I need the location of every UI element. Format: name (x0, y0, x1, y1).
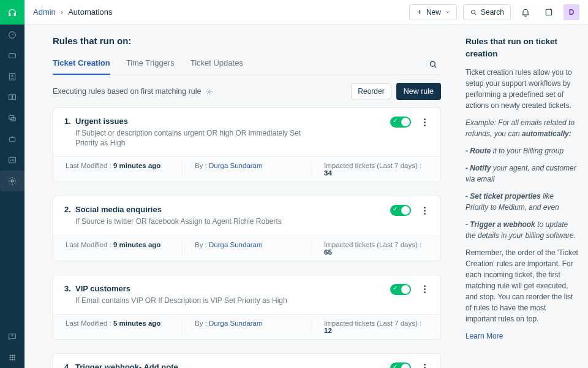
rule-toggle[interactable]: ✓ (390, 284, 411, 295)
nav-apps-icon[interactable] (0, 347, 24, 368)
meta-modified: Last Modified : 9 minutes ago (53, 241, 183, 256)
help-p3: Remember, the order of the 'Ticket Creat… (466, 247, 578, 324)
svg-point-18 (471, 10, 475, 13)
svg-point-3 (12, 75, 13, 77)
author-link[interactable]: Durga Sundaram (209, 241, 263, 248)
help-title: Rules that run on ticket creation (466, 36, 578, 61)
svg-point-11 (13, 355, 15, 356)
execution-hint: Executing rules based on first matching … (53, 87, 213, 96)
author-link[interactable]: Durga Sundaram (209, 320, 263, 327)
nav-sidebar (0, 0, 24, 368)
new-button[interactable]: New (409, 4, 457, 20)
meta-by: By : Durga Sundaram (183, 162, 312, 177)
meta-modified: Last Modified : 5 minutes ago (53, 320, 183, 334)
rule-description: If Email contains VIP OR If Description … (64, 296, 322, 305)
nav-analytics-icon[interactable] (0, 150, 24, 171)
brand-logo[interactable] (0, 0, 24, 25)
nav-contacts-icon[interactable] (0, 66, 24, 87)
tabs: Ticket Creation Time Triggers Ticket Upd… (53, 53, 243, 75)
svg-point-10 (12, 355, 13, 356)
breadcrumb: Admin › Automations (33, 7, 112, 17)
chevron-right-icon: › (61, 7, 63, 17)
svg-point-13 (12, 357, 13, 358)
meta-impacted: Impacted tickets (Last 7 days) : 65 (312, 241, 440, 256)
meta-modified: Last Modified : 9 minutes ago (53, 162, 183, 177)
nav-tickets-icon[interactable] (0, 45, 24, 66)
whatsnew-icon[interactable] (540, 4, 557, 21)
rule-card: 2.Social media enquiries If Source is tw… (53, 196, 441, 261)
rule-card: 4.Trigger webhook- Add note If Priority … (53, 353, 441, 368)
notifications-icon[interactable] (517, 4, 534, 21)
help-p1: Ticket creation rules allow you to setup… (466, 67, 578, 111)
help-example: Example: For all emails related to refun… (466, 117, 578, 139)
rule-description: If Source is twitter OR facebook Assign … (64, 217, 322, 226)
rule-card: 3.VIP customers If Email contains VIP OR… (53, 275, 441, 340)
meta-by: By : Durga Sundaram (183, 241, 312, 256)
new-rule-button[interactable]: New rule (396, 83, 441, 100)
svg-rect-19 (546, 9, 551, 15)
svg-point-17 (13, 359, 15, 360)
nav-solutions-icon[interactable] (0, 87, 24, 108)
svg-point-20 (430, 61, 435, 66)
topbar: Admin › Automations New Search D (24, 0, 588, 25)
rule-description: If Subject or description contains urgen… (64, 128, 322, 148)
rule-title[interactable]: 2.Social media enquiries (64, 205, 390, 214)
gear-icon[interactable] (205, 88, 213, 96)
breadcrumb-parent[interactable]: Admin (33, 7, 56, 17)
rule-menu-icon[interactable] (420, 364, 429, 368)
nav-bots-icon[interactable] (0, 129, 24, 150)
meta-by: By : Durga Sundaram (183, 320, 312, 334)
svg-point-8 (11, 180, 13, 182)
search-button[interactable]: Search (463, 4, 511, 20)
svg-point-14 (13, 357, 15, 358)
nav-help-icon[interactable] (0, 326, 24, 347)
help-b3: - Set ticket properties like Priority to… (466, 191, 578, 213)
rule-menu-icon[interactable] (420, 207, 429, 215)
tab-ticket-creation[interactable]: Ticket Creation (53, 53, 110, 75)
meta-impacted: Impacted tickets (Last 7 days) : 34 (312, 162, 440, 177)
svg-rect-6 (9, 137, 15, 142)
help-b2: - Notify your agent, and customer via em… (466, 163, 578, 185)
svg-point-16 (12, 359, 13, 360)
svg-point-12 (10, 357, 11, 358)
rule-menu-icon[interactable] (420, 118, 429, 126)
rule-toggle[interactable]: ✓ (390, 205, 411, 216)
rule-title[interactable]: 4.Trigger webhook- Add note (64, 362, 390, 368)
svg-point-21 (208, 90, 209, 92)
tab-time-triggers[interactable]: Time Triggers (126, 53, 175, 75)
rule-title[interactable]: 3.VIP customers (64, 284, 390, 293)
avatar[interactable]: D (564, 4, 579, 20)
breadcrumb-current: Automations (68, 7, 112, 17)
meta-impacted: Impacted tickets (Last 7 days) : 12 (312, 320, 440, 334)
rule-card: 1.Urgent issues If Subject or descriptio… (53, 107, 441, 182)
svg-point-9 (10, 355, 11, 356)
author-link[interactable]: Durga Sundaram (209, 162, 263, 169)
help-panel: Rules that run on ticket creation Ticket… (466, 25, 588, 368)
learn-more-link[interactable]: Learn More (466, 332, 503, 340)
rule-toggle[interactable]: ✓ (390, 117, 411, 128)
svg-rect-1 (9, 54, 16, 58)
help-b1: - Route it to your Billing group (466, 145, 578, 156)
rule-title[interactable]: 1.Urgent issues (64, 117, 390, 126)
help-b4: - Trigger a webhook to update the detail… (466, 219, 578, 241)
nav-forums-icon[interactable] (0, 108, 24, 129)
nav-admin-icon[interactable] (0, 171, 24, 191)
tab-ticket-updates[interactable]: Ticket Updates (190, 53, 243, 75)
page-title: Rules that run on: (53, 36, 441, 46)
rule-menu-icon[interactable] (420, 285, 429, 293)
search-rules-icon[interactable] (425, 56, 441, 72)
svg-point-15 (10, 359, 11, 360)
reorder-button[interactable]: Reorder (351, 83, 391, 99)
nav-dashboard-icon[interactable] (0, 25, 24, 45)
rule-toggle[interactable]: ✓ (390, 362, 411, 368)
